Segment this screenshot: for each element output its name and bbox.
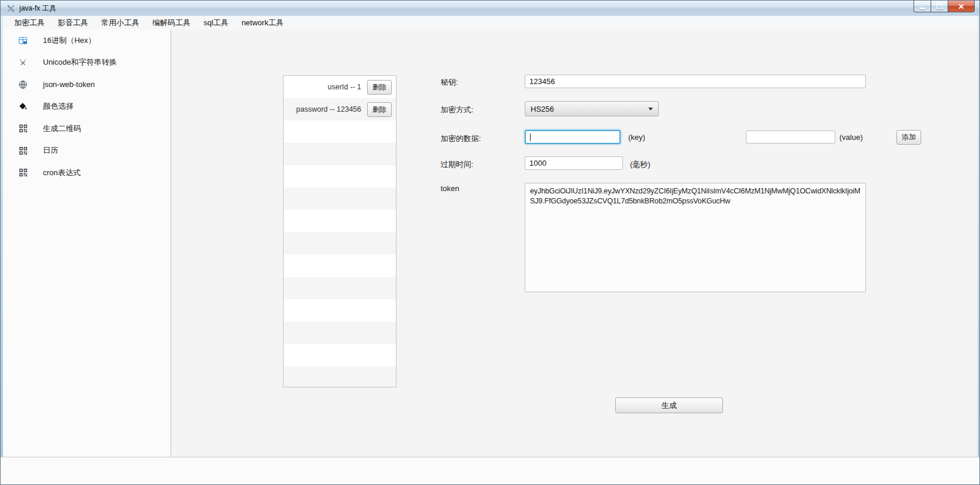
delete-button[interactable]: 删除 xyxy=(367,80,392,95)
sidebar-item-label: 生成二维码 xyxy=(43,123,81,134)
window-controls xyxy=(914,1,975,12)
app-icon xyxy=(6,4,15,13)
key-hint: (key) xyxy=(628,133,645,142)
qrcode-icon xyxy=(18,124,28,133)
list-item[interactable] xyxy=(284,121,396,143)
sidebar-item-hex[interactable]: 16进制（Hex） xyxy=(1,29,171,52)
app-body: 16进制（Hex） Unicode和字符串转换 xyxy=(1,29,979,484)
sidebar-item-qrcode[interactable]: 生成二维码 xyxy=(1,118,171,140)
menu-common-tools[interactable]: 常用小工具 xyxy=(95,16,146,29)
delete-button[interactable]: 删除 xyxy=(367,102,392,117)
sidebar-item-label: cron表达式 xyxy=(43,168,81,178)
menu-encrypt-tools[interactable]: 加密工具 xyxy=(8,16,51,29)
claim-text: password -- 123456 xyxy=(296,105,361,113)
generate-button[interactable]: 生成 xyxy=(615,397,723,413)
algorithm-select[interactable]: HS256 xyxy=(525,101,659,116)
maximize-icon xyxy=(936,4,943,9)
list-item[interactable] xyxy=(284,299,396,322)
sidebar-item-calendar[interactable]: 日历 xyxy=(1,140,171,162)
claims-list: userId -- 1删除password -- 123456删除 xyxy=(283,75,396,387)
title-bar[interactable]: java-fx 工具 xyxy=(1,1,979,16)
list-item[interactable] xyxy=(284,344,396,366)
menu-codec-tools[interactable]: 编解码工具 xyxy=(146,16,197,29)
expire-label: 过期时间: xyxy=(441,159,474,170)
minimize-icon xyxy=(920,8,925,9)
window-frame-right xyxy=(978,16,979,457)
menu-media-tools[interactable]: 影音工具 xyxy=(51,16,95,29)
sidebar-item-label: 16进制（Hex） xyxy=(43,35,96,46)
window-frame-left xyxy=(1,16,3,457)
unicode-icon xyxy=(18,58,28,67)
list-item[interactable] xyxy=(284,255,396,277)
jwt-panel: userId -- 1删除password -- 123456删除 秘钥: 加密… xyxy=(171,29,979,484)
list-item[interactable]: password -- 123456删除 xyxy=(284,98,396,121)
qrcode-icon xyxy=(18,168,28,178)
globe-icon xyxy=(18,80,28,89)
menu-network-tools[interactable]: network工具 xyxy=(235,16,291,29)
list-item[interactable] xyxy=(284,366,396,387)
sidebar-item-label: 日历 xyxy=(43,145,58,156)
data-label: 加密的数据: xyxy=(441,133,481,144)
secret-input[interactable] xyxy=(525,75,866,88)
key-input[interactable] xyxy=(525,130,621,144)
sidebar-item-color-picker[interactable]: 颜色选择 xyxy=(1,96,171,118)
minimize-button[interactable] xyxy=(914,1,931,12)
sidebar-item-label: json-web-token xyxy=(43,80,95,89)
algorithm-selected-value: HS256 xyxy=(531,105,554,113)
qrcode-icon xyxy=(18,146,28,155)
maximize-button[interactable] xyxy=(931,1,948,12)
menu-bar: 加密工具 影音工具 常用小工具 编解码工具 sql工具 network工具 xyxy=(1,16,979,30)
value-input[interactable] xyxy=(746,131,835,143)
sidebar-item-unicode[interactable]: Unicode和字符串转换 xyxy=(1,52,171,74)
color-picker-icon xyxy=(18,102,28,111)
menu-sql-tools[interactable]: sql工具 xyxy=(197,16,235,29)
list-item[interactable] xyxy=(284,188,396,210)
secret-label: 秘钥: xyxy=(441,77,458,88)
window-title: java-fx 工具 xyxy=(19,4,56,14)
list-item[interactable] xyxy=(284,143,396,165)
expire-input[interactable] xyxy=(525,156,623,170)
chevron-down-icon xyxy=(648,108,653,111)
add-button[interactable]: 添加 xyxy=(896,130,921,145)
hex-grid-icon xyxy=(18,36,28,45)
window-frame-bottom xyxy=(1,457,979,485)
expire-unit: (毫秒) xyxy=(630,159,651,170)
app-window: java-fx 工具 加密工具 影音工具 常用小工具 编解码工具 sql工具 n… xyxy=(0,0,980,485)
value-hint: (value) xyxy=(839,133,863,142)
sidebar-item-label: Unicode和字符串转换 xyxy=(43,57,117,68)
close-button[interactable] xyxy=(948,1,975,12)
list-item[interactable] xyxy=(284,232,396,255)
sidebar: 16进制（Hex） Unicode和字符串转换 xyxy=(1,29,171,484)
list-item[interactable]: userId -- 1删除 xyxy=(284,76,396,98)
sidebar-item-cron[interactable]: cron表达式 xyxy=(1,162,171,184)
list-item[interactable] xyxy=(284,165,396,188)
close-icon xyxy=(958,4,964,9)
list-item[interactable] xyxy=(284,322,396,344)
sidebar-item-jwt[interactable]: json-web-token xyxy=(1,73,171,96)
algorithm-label: 加密方式: xyxy=(441,105,474,115)
token-textarea[interactable]: eyJhbGciOiJIUzI1NiJ9.eyJwYXNzd29yZCI6IjE… xyxy=(525,183,866,292)
list-item[interactable] xyxy=(284,210,396,232)
token-label: token xyxy=(441,184,459,193)
sidebar-item-label: 颜色选择 xyxy=(43,101,74,112)
list-item[interactable] xyxy=(284,277,396,299)
claim-text: userId -- 1 xyxy=(328,83,361,91)
